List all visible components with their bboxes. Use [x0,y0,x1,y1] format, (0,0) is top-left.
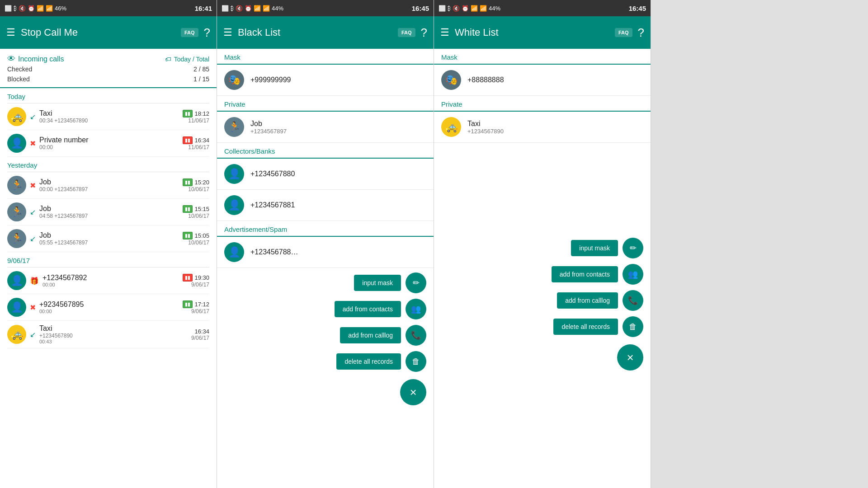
call-date: 11/06/17 [183,117,209,124]
blocked-x-icon: ✖ [30,181,36,190]
list-item[interactable]: 🚕 Taxi +1234567890 [434,112,651,143]
mask-avatar-3: 🎭 [441,70,461,90]
delete-all-button-3[interactable]: delete all records [553,319,618,335]
main-content-1: 👁 Incoming calls 🏷 Today / Total Checked… [0,49,217,488]
mute-icon-3: 🔇 [453,5,460,12]
screenshot-icon-3: ⬜ [439,5,446,12]
item-name: Taxi [467,120,643,128]
delete-all-button[interactable]: delete all records [336,353,401,370]
calllog-fab-button-3[interactable]: 📞 [623,290,643,311]
call-info: +9234567895 00:00 [39,300,179,314]
list-item[interactable]: 👤 +1234567880 [217,159,434,190]
blocked-row: Blocked 1 / 15 [7,74,209,84]
call-duration: 00:43 [39,339,188,344]
collectors-section-label: Collectors/Banks [217,143,434,159]
item-name: +1234567881 [250,201,426,209]
trash-fab-button[interactable]: 🗑 [406,351,426,372]
wifi-icon: 📶 [37,5,44,12]
faq-button-3[interactable]: FAQ [615,28,632,37]
menu-icon-2[interactable] [223,27,232,38]
eye-icon[interactable]: 👁 [7,54,15,64]
call-item[interactable]: 👤 ✖ +9234567895 00:00 ▮▮ 17:12 9/06/17 [7,294,209,321]
call-item[interactable]: 🚕 ↙ Taxi +1234567890 00:43 16:34 9/06/17 [7,321,209,348]
call-item[interactable]: 🏃 ↙ Job 04:58 +1234567897 ▮▮ 15:15 10/06… [7,199,209,225]
menu-icon-3[interactable] [440,27,449,38]
add-calllog-button-3[interactable]: add from calllog [557,292,618,309]
add-calllog-button[interactable]: add from calllog [340,327,401,343]
call-time-col: ▮▮ 15:15 10/06/17 [183,205,209,219]
status-bar-1: ⬜ ₿ 🔇 ⏰ 📶 📶 46% 16:41 [0,0,217,16]
pencil-fab-button[interactable]: ✏ [406,272,426,293]
call-time: 18:12 [194,110,209,117]
add-calllog-row-3: add from calllog 📞 [557,290,643,311]
call-time-col: ▮▮ 19:30 9/06/17 [183,274,209,288]
call-time-col: ▮▮ 16:34 11/06/17 [183,136,209,150]
item-name: Job [250,120,426,128]
call-item[interactable]: 👤 ✖ Private number 00:00 ▮▮ 16:34 11/06/… [7,130,209,157]
input-mask-button[interactable]: input mask [354,275,401,291]
list-item[interactable]: 👤 +123456788… [217,237,434,268]
faq-button-1[interactable]: FAQ [181,28,198,37]
add-contacts-button-3[interactable]: add from contacts [552,266,618,282]
call-time: 19:30 [194,274,209,281]
help-icon-3[interactable]: ? [638,26,644,40]
list-item-info: +1234567880 [250,170,426,178]
call-item[interactable]: 🏃 ✖ Job 00:00 +1234567897 ▮▮ 15:20 10/06… [7,172,209,199]
pencil-fab-button-3[interactable]: ✏ [623,238,643,258]
mask-section-label-3: Mask [434,49,651,65]
close-fab-button[interactable]: × [400,379,426,405]
mute-icon-2: 🔇 [236,5,243,12]
battery-icon-green: ▮▮ [183,300,193,308]
list-item-info: +123456788… [250,248,426,256]
day3-label: 9/06/17 [7,252,209,267]
list-item[interactable]: 👤 +1234567881 [217,190,434,221]
input-mask-button-3[interactable]: input mask [571,240,618,256]
app-title-3: White List [455,27,609,38]
call-item[interactable]: 🚕 ↙ Taxi 00:34 +1234567890 ▮▮ 18:12 11/0… [7,103,209,130]
call-info: Job 05:55 +1234567897 [39,231,179,246]
bluetooth-icon-3: ₿ [448,5,451,12]
yesterday-label: Yesterday [7,157,209,172]
calllog-fab-button[interactable]: 📞 [406,325,426,346]
list-item-info: +999999999 [250,76,426,84]
help-icon-2[interactable]: ? [421,26,427,40]
bluetooth-icon: ₿ [14,5,17,12]
white-list-content: Mask 🎭 +88888888 Private 🚕 Taxi +1234567… [434,49,651,488]
blocked-label: Blocked [7,75,30,83]
item-name: +88888888 [467,76,643,84]
contacts-fab-button-3[interactable]: 👥 [623,264,643,285]
list-item[interactable]: 🎭 +999999999 [217,65,434,96]
status-bar-3: ⬜ ₿ 🔇 ⏰ 📶 📶 44% 16:45 [434,0,651,16]
today-label: Today [7,88,209,103]
add-contacts-button[interactable]: add from contacts [335,301,401,317]
call-name: Job [39,231,179,239]
list-item-info: +1234567881 [250,201,426,209]
background-filler [651,0,868,488]
call-avatar-runner: 🏃 [7,202,26,221]
incoming-title-row: 👁 Incoming calls 🏷 Today / Total [7,54,209,64]
yesterday-section: Yesterday 🏃 ✖ Job 00:00 +1234567897 ▮▮ 1… [0,157,217,252]
call-avatar-taxi: 🚕 [7,107,26,126]
call-number: 00:00 +1234567897 [39,186,179,192]
list-item[interactable]: 🏃 Job +1234567897 [217,112,434,143]
runner-avatar: 🏃 [224,117,244,137]
top-bar-1: Stop Call Me FAQ ? [0,16,217,49]
call-name: Job [39,178,179,186]
close-fab-button-3[interactable]: × [617,344,643,371]
faq-button-2[interactable]: FAQ [398,28,415,37]
trash-fab-button-3[interactable]: 🗑 [623,316,643,337]
help-icon-1[interactable]: ? [204,26,210,40]
battery-status-1: 46% [55,5,66,12]
contacts-fab-button[interactable]: 👥 [406,299,426,319]
status-icons-3: ⬜ ₿ 🔇 ⏰ 📶 📶 44% [439,5,500,12]
call-info: Taxi +1234567890 00:43 [39,324,188,344]
alarm-icon-2: ⏰ [245,5,252,12]
signal-icon: 📶 [46,5,53,12]
list-item[interactable]: 🎭 +88888888 [434,65,651,96]
incoming-arrow-icon: ↙ [30,113,36,121]
menu-icon-1[interactable] [6,27,15,38]
call-info: Job 04:58 +1234567897 [39,205,179,219]
call-item[interactable]: 👤 🎁 +1234567892 00:00 ▮▮ 19:30 9/06/17 [7,267,209,294]
call-item[interactable]: 🏃 ↙ Job 05:55 +1234567897 ▮▮ 15:05 10/06… [7,225,209,252]
item-number: +1234567897 [250,128,426,135]
